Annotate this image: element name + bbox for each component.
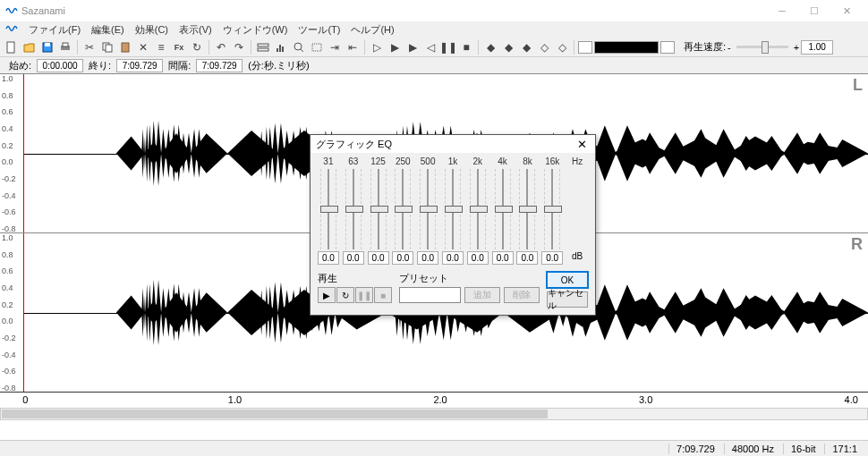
menu-window[interactable]: ウィンドウ(W): [223, 23, 288, 37]
minimize-button[interactable]: ─: [766, 0, 798, 21]
speed-plus[interactable]: +: [794, 42, 799, 53]
eq-band-4k: 4k0.0: [490, 156, 515, 265]
menu-edit[interactable]: 編集(E): [91, 23, 124, 37]
eq-value-field[interactable]: 0.0: [442, 251, 464, 265]
redo-button[interactable]: ↷: [231, 39, 247, 55]
end-time-field[interactable]: 7:09.729: [116, 59, 163, 72]
rewind-button[interactable]: ◆: [500, 39, 516, 55]
menu-effect[interactable]: 効果(C): [135, 23, 168, 37]
play-selection-button[interactable]: ▶: [387, 39, 403, 55]
eq-freq-label: 4k: [498, 156, 507, 167]
dialog-pause-button[interactable]: ❚❚: [355, 287, 373, 303]
time-ruler: 01.02.03.04.0: [0, 392, 868, 408]
preset-delete-button[interactable]: 削除: [504, 287, 540, 303]
eq-value-field[interactable]: 0.0: [467, 251, 489, 265]
zoom-button[interactable]: [291, 39, 307, 55]
eq-value-field[interactable]: 0.0: [417, 251, 438, 265]
save-button[interactable]: [39, 39, 55, 55]
main-toolbar: ✂ ✕ ≡ Fx ↻ ↶ ↷ ⇥ ⇤ ▷ ▶ ▶ ◁ ❚❚ ■ ◆ ◆ ◆ ◇ …: [0, 38, 868, 57]
cut-button[interactable]: ✂: [81, 39, 98, 55]
open-file-button[interactable]: [21, 39, 38, 55]
speed-minus[interactable]: -: [728, 42, 731, 53]
eq-slider[interactable]: [445, 169, 461, 249]
eq-value-field[interactable]: 0.0: [368, 251, 389, 265]
stop-button[interactable]: ■: [458, 39, 474, 55]
eq-value-field[interactable]: 0.0: [541, 251, 563, 265]
dialog-loop-button[interactable]: ↻: [336, 287, 354, 303]
play-loop-button[interactable]: ▶: [404, 39, 421, 55]
level-right-box: [660, 41, 675, 54]
close-button[interactable]: ✕: [830, 0, 863, 21]
dialog-title: グラフィック EQ: [316, 138, 392, 151]
eq-freq-label: 63: [348, 156, 358, 167]
undo-button[interactable]: ↶: [213, 39, 229, 55]
dialog-close-button[interactable]: ✕: [574, 138, 590, 151]
dialog-titlebar: グラフィック EQ ✕: [311, 135, 595, 153]
ok-button[interactable]: OK: [547, 272, 588, 288]
range-time-field[interactable]: 7:09.729: [196, 59, 243, 72]
eq-slider[interactable]: [395, 169, 411, 249]
dialog-stop-button[interactable]: ■: [374, 287, 392, 303]
eq-value-field[interactable]: 0.0: [392, 251, 413, 265]
svg-line-14: [301, 49, 303, 52]
fx-button[interactable]: Fx: [171, 39, 187, 55]
menu-view[interactable]: 表示(V): [179, 23, 212, 37]
marker-out-button[interactable]: ⇤: [345, 39, 361, 55]
maximize-button[interactable]: ☐: [798, 0, 830, 21]
eq-value-field[interactable]: 0.0: [492, 251, 514, 265]
eq-slider[interactable]: [420, 169, 436, 249]
forward-end-button[interactable]: ◇: [536, 39, 552, 55]
new-file-button[interactable]: [4, 39, 20, 55]
copy-button[interactable]: [99, 39, 115, 55]
eq-slider[interactable]: [470, 169, 486, 249]
eq-value-field[interactable]: 0.0: [343, 251, 364, 265]
play-reverse-button[interactable]: ◁: [422, 39, 438, 55]
eq-slider[interactable]: [544, 169, 560, 249]
menu-button[interactable]: ≡: [153, 39, 169, 55]
marker-in-button[interactable]: ⇥: [327, 39, 343, 55]
rewind-start-button[interactable]: ◆: [482, 39, 498, 55]
view-mode-button[interactable]: [255, 39, 271, 55]
start-time-field[interactable]: 0:00.000: [37, 59, 83, 72]
end-label: 終り:: [89, 59, 111, 72]
svg-rect-4: [63, 43, 68, 46]
pause-button[interactable]: ❚❚: [440, 39, 456, 55]
svg-rect-6: [106, 45, 112, 52]
menu-file[interactable]: ファイル(F): [29, 23, 81, 37]
forward-button[interactable]: ◆: [518, 39, 534, 55]
paste-button[interactable]: [117, 39, 133, 55]
eq-slider[interactable]: [495, 169, 511, 249]
eq-band-125: 1250.0: [366, 156, 391, 265]
horizontal-scrollbar[interactable]: [0, 408, 868, 420]
eq-value-field[interactable]: 0.0: [318, 251, 339, 265]
speed-slider[interactable]: [736, 46, 788, 48]
window-titlebar: Sazanami ─ ☐ ✕: [0, 0, 868, 21]
cancel-button[interactable]: キャンセル: [547, 291, 588, 308]
eq-value-field[interactable]: 0.0: [516, 251, 538, 265]
app-icon-small: [5, 22, 18, 35]
speed-value[interactable]: 1.00: [801, 40, 833, 55]
menu-help[interactable]: ヘルプ(H): [351, 23, 394, 37]
status-bit-depth: 16-bit: [783, 443, 823, 454]
statusbar: 7:09.729 48000 Hz 16-bit 171:1: [0, 440, 868, 456]
eq-slider[interactable]: [345, 169, 362, 249]
spectrum-button[interactable]: [273, 39, 289, 55]
select-all-button[interactable]: [309, 39, 325, 55]
eq-slider[interactable]: [320, 169, 336, 249]
redo-fx-button[interactable]: ↻: [189, 39, 205, 55]
svg-rect-8: [258, 44, 268, 46]
svg-point-13: [294, 43, 302, 50]
preset-add-button[interactable]: 追加: [464, 287, 500, 303]
svg-rect-15: [312, 44, 321, 51]
preset-select[interactable]: [399, 287, 461, 303]
eq-band-31: 310.0: [316, 156, 341, 265]
eq-band-16k: 16k0.0: [540, 156, 565, 265]
eq-slider[interactable]: [519, 169, 535, 249]
menu-tools[interactable]: ツール(T): [298, 23, 340, 37]
print-button[interactable]: [57, 39, 73, 55]
go-end-button[interactable]: ◇: [554, 39, 570, 55]
dialog-play-button[interactable]: ▶: [318, 287, 336, 303]
play-button[interactable]: ▷: [369, 39, 385, 55]
delete-button[interactable]: ✕: [135, 39, 151, 55]
eq-slider[interactable]: [370, 169, 387, 249]
